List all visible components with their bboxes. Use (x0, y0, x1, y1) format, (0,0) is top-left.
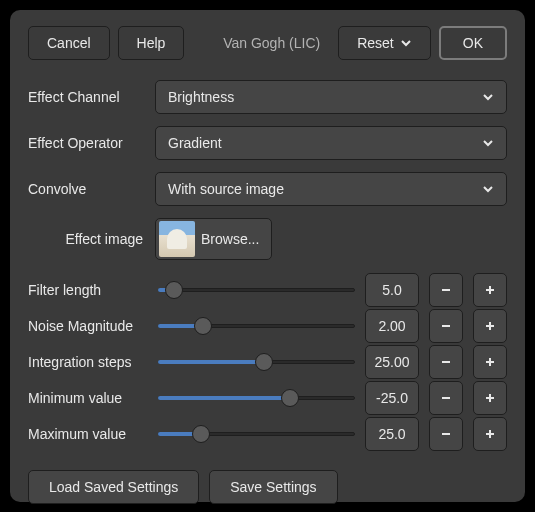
slider-handle[interactable] (165, 281, 183, 299)
minus-icon (439, 427, 453, 441)
increment-button[interactable] (473, 417, 507, 451)
minus-icon (439, 355, 453, 369)
select-value: Brightness (168, 89, 482, 105)
dialog: Cancel Help Van Gogh (LIC) Reset OK Effe… (10, 10, 525, 502)
slider-track[interactable] (158, 424, 355, 444)
slider-track[interactable] (158, 316, 355, 336)
decrement-button[interactable] (429, 417, 463, 451)
load-settings-button[interactable]: Load Saved Settings (28, 470, 199, 504)
plus-icon (483, 355, 497, 369)
plus-icon (483, 391, 497, 405)
decrement-button[interactable] (429, 345, 463, 379)
slider-row: Minimum value-25.0 (28, 380, 507, 416)
reset-button[interactable]: Reset (338, 26, 431, 60)
slider-handle[interactable] (192, 425, 210, 443)
chevron-down-icon (482, 137, 494, 149)
slider-handle[interactable] (255, 353, 273, 371)
slider-handle[interactable] (194, 317, 212, 335)
slider-value-input[interactable]: 25.0 (365, 417, 419, 451)
minus-icon (439, 391, 453, 405)
header: Cancel Help Van Gogh (LIC) Reset OK (28, 26, 507, 60)
effect-operator-select[interactable]: Gradient (155, 126, 507, 160)
effect-channel-label: Effect Channel (28, 89, 143, 105)
slider-label: Maximum value (28, 426, 148, 442)
decrement-button[interactable] (429, 309, 463, 343)
slider-value-input[interactable]: 2.00 (365, 309, 419, 343)
dialog-title: Van Gogh (LIC) (213, 35, 330, 51)
slider-row: Integration steps25.00 (28, 344, 507, 380)
slider-label: Integration steps (28, 354, 148, 370)
decrement-button[interactable] (429, 381, 463, 415)
decrement-button[interactable] (429, 273, 463, 307)
increment-button[interactable] (473, 273, 507, 307)
reset-label: Reset (357, 35, 394, 51)
effect-image-thumbnail (159, 221, 195, 257)
footer: Load Saved Settings Save Settings (28, 470, 507, 504)
increment-button[interactable] (473, 345, 507, 379)
chevron-down-icon (482, 183, 494, 195)
select-value: Gradient (168, 135, 482, 151)
effect-operator-label: Effect Operator (28, 135, 143, 151)
plus-icon (483, 283, 497, 297)
slider-label: Minimum value (28, 390, 148, 406)
minus-icon (439, 283, 453, 297)
slider-track[interactable] (158, 388, 355, 408)
minus-icon (439, 319, 453, 333)
slider-track[interactable] (158, 352, 355, 372)
help-button[interactable]: Help (118, 26, 185, 60)
slider-value-input[interactable]: 5.0 (365, 273, 419, 307)
slider-label: Noise Magnitude (28, 318, 148, 334)
effect-image-label: Effect image (28, 231, 143, 247)
browse-label: Browse... (201, 231, 259, 247)
ok-button[interactable]: OK (439, 26, 507, 60)
increment-button[interactable] (473, 309, 507, 343)
convolve-select[interactable]: With source image (155, 172, 507, 206)
slider-value-input[interactable]: -25.0 (365, 381, 419, 415)
slider-row: Maximum value25.0 (28, 416, 507, 452)
plus-icon (483, 319, 497, 333)
chevron-down-icon (400, 37, 412, 49)
increment-button[interactable] (473, 381, 507, 415)
slider-value-input[interactable]: 25.00 (365, 345, 419, 379)
convolve-label: Convolve (28, 181, 143, 197)
save-settings-button[interactable]: Save Settings (209, 470, 337, 504)
select-value: With source image (168, 181, 482, 197)
chevron-down-icon (482, 91, 494, 103)
slider-label: Filter length (28, 282, 148, 298)
slider-row: Filter length5.0 (28, 272, 507, 308)
slider-row: Noise Magnitude2.00 (28, 308, 507, 344)
effect-channel-select[interactable]: Brightness (155, 80, 507, 114)
plus-icon (483, 427, 497, 441)
slider-handle[interactable] (281, 389, 299, 407)
slider-track[interactable] (158, 280, 355, 300)
effect-image-browse[interactable]: Browse... (155, 218, 272, 260)
cancel-button[interactable]: Cancel (28, 26, 110, 60)
